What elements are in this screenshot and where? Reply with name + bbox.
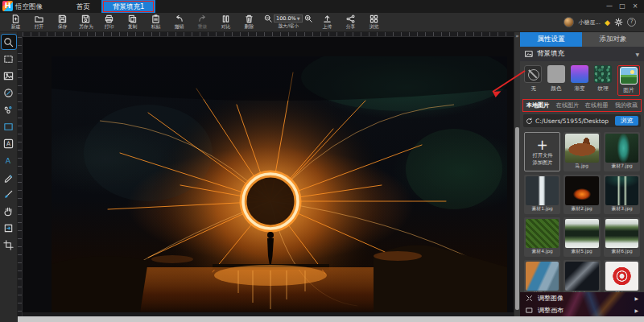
new-button[interactable]: 新建: [5, 14, 27, 31]
tool-marquee[interactable]: [2, 52, 16, 66]
app-logo-icon: H: [2, 1, 13, 11]
thumbnail-volcano[interactable]: 素材2.jpg: [564, 175, 600, 214]
thumbnail-city-river[interactable]: 长江.jpg: [524, 260, 560, 292]
fill-option-image[interactable]: 图片: [617, 65, 640, 96]
thumbnail-canyon[interactable]: 素材7.jpg: [604, 132, 640, 171]
thumbnail-image: [565, 134, 598, 163]
redo-icon: [198, 14, 207, 23]
undo-button[interactable]: 撤销: [168, 14, 190, 31]
compare-button[interactable]: 对比: [215, 14, 237, 31]
tool-pen[interactable]: [2, 170, 16, 184]
copy-button[interactable]: 复制: [122, 14, 143, 31]
source-tab-online-albums[interactable]: 在线相册: [585, 101, 609, 109]
tool-text[interactable]: A: [2, 136, 16, 151]
thumbnail-image: [605, 262, 638, 291]
zoom-dropdown-icon: ▼: [297, 15, 300, 23]
undo-icon: [175, 14, 184, 23]
fill-option-none[interactable]: 无: [524, 65, 542, 96]
settings-gear-icon[interactable]: [614, 18, 623, 27]
tool-transform[interactable]: [2, 221, 16, 235]
browse-button[interactable]: 浏览: [615, 116, 638, 126]
maximize-button[interactable]: □: [617, 1, 628, 12]
thumbnail-horse[interactable]: 马.jpg: [564, 132, 600, 171]
collapse-chevrons-icon: »: [515, 32, 518, 40]
folder-path[interactable]: C:/Users/51955/Desktop: [535, 118, 613, 125]
particles-icon: [3, 105, 14, 115]
magnifier-icon: [3, 37, 14, 47]
tool-sidebar: A A: [0, 32, 18, 316]
help-icon[interactable]: ?: [627, 18, 636, 27]
source-tab-online-images[interactable]: 在线图片: [555, 101, 579, 109]
print-button[interactable]: 打印: [98, 14, 120, 31]
upload-button[interactable]: 上传: [316, 14, 338, 31]
source-tab-favorites[interactable]: 我的收藏: [615, 101, 638, 109]
save-button[interactable]: 保存: [52, 14, 73, 31]
thumbnail-image: [565, 176, 598, 205]
thumbnail-red-seal[interactable]: 囍.jpg: [604, 260, 640, 292]
titlebar-spacer: [155, 0, 604, 13]
thumbnail-sky-reflection-2[interactable]: 素材6.jpg: [604, 217, 640, 257]
brush-icon: [3, 189, 14, 200]
tool-brush[interactable]: [2, 187, 16, 201]
status-bar-strip: [18, 316, 644, 322]
fill-option-gradient[interactable]: 渐变: [571, 65, 588, 96]
add-image-tile[interactable]: + 打开文件 添加图片: [524, 132, 560, 171]
redo-button[interactable]: 重做: [192, 14, 213, 31]
tool-eyedropper[interactable]: [2, 85, 16, 100]
zoom-in-icon[interactable]: [304, 14, 312, 23]
user-name: 小糖屋...: [578, 19, 601, 27]
open-folder-icon: [35, 14, 43, 23]
minimize-button[interactable]: —: [604, 1, 615, 12]
user-avatar[interactable]: [564, 17, 574, 27]
tool-rectangle[interactable]: [2, 119, 16, 134]
canvas-scrollbar-horizontal[interactable]: [23, 312, 514, 316]
photo-steel-wool-spinning[interactable]: [52, 56, 507, 312]
fill-option-color[interactable]: 颜色: [547, 65, 565, 96]
tab-add-object[interactable]: 添加对象: [582, 32, 644, 47]
section-adjust-canvas[interactable]: 调整画布 ▶: [520, 304, 644, 316]
share-button[interactable]: 分享: [340, 14, 361, 31]
thumbnail-image: [565, 262, 598, 291]
tool-crop[interactable]: [2, 237, 16, 252]
source-tab-local[interactable]: 本地图片: [526, 101, 550, 109]
tab-background-fill[interactable]: 背景填充1: [101, 0, 155, 13]
canvas-area[interactable]: [18, 32, 514, 316]
close-button[interactable]: ×: [630, 1, 641, 12]
refresh-icon[interactable]: [526, 118, 533, 125]
share-icon: [346, 14, 355, 23]
art-text-icon: A: [3, 155, 14, 166]
panel-scrollbar-thumb[interactable]: [515, 127, 519, 310]
tab-properties[interactable]: 属性设置: [520, 32, 582, 47]
tool-image[interactable]: [2, 68, 16, 83]
save-as-button[interactable]: 另存为: [75, 14, 97, 31]
delete-button[interactable]: 删除: [238, 14, 260, 31]
thumbnail-leaves[interactable]: 素材4.jpg: [524, 217, 560, 257]
panel-collapse-handle[interactable]: »: [514, 32, 520, 316]
zoom-value-box[interactable]: 100.0% ▼: [274, 14, 303, 23]
zoom-out-icon[interactable]: [264, 14, 272, 23]
thumbnail-image: [526, 176, 559, 205]
vip-diamond-icon[interactable]: ◆: [605, 19, 610, 27]
copy-icon: [128, 14, 137, 23]
section-background-fill[interactable]: 背景填充 ▼: [520, 47, 644, 61]
upload-icon: [323, 14, 332, 23]
thumbnail-image: [526, 262, 559, 291]
thumbnail-night-bridge[interactable]: 素材3.jpg: [604, 175, 640, 214]
tool-hand[interactable]: [2, 204, 16, 218]
browse-resources-button[interactable]: 浏览: [363, 14, 385, 31]
open-button[interactable]: 打开: [28, 14, 50, 31]
paste-button[interactable]: 粘贴: [145, 14, 167, 31]
section-collapse-icon[interactable]: ▼: [635, 52, 639, 57]
fill-option-texture[interactable]: 纹理: [594, 65, 612, 96]
tool-art-text[interactable]: A: [2, 153, 16, 167]
tool-select[interactable]: [2, 35, 16, 49]
user-area: 小糖屋... ◆ ?: [564, 17, 641, 27]
section-adjust-image[interactable]: 调整图像 ▶: [520, 292, 644, 304]
app-window: H 悟空图像 首页 背景填充1 — □ × 新建 打开 保存 另存为: [0, 0, 644, 322]
thumbnail-sky-reflection-1[interactable]: 素材5.jpg: [564, 217, 600, 257]
tool-particles[interactable]: [2, 102, 16, 117]
ruler-vertical: [18, 37, 23, 316]
thumbnail-light-rays[interactable]: 追光.jpg: [564, 260, 600, 292]
tab-home[interactable]: 首页: [65, 0, 101, 13]
thumbnail-waterfall[interactable]: 素材1.jpg: [524, 175, 560, 214]
